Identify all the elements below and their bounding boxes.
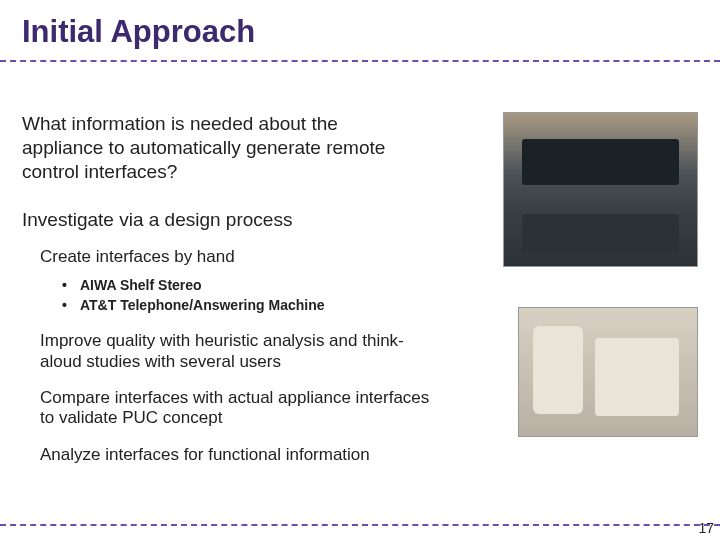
bullet-list: AIWA Shelf Stereo AT&T Telephone/Answeri… <box>62 275 488 316</box>
lead-question: What information is needed about the app… <box>22 112 392 183</box>
content-area: What information is needed about the app… <box>22 112 698 472</box>
phone-photo <box>518 307 698 437</box>
bullet-phone: AT&T Telephone/Answering Machine <box>62 295 488 315</box>
body-improve: Improve quality with heuristic analysis … <box>40 331 440 372</box>
stereo-photo <box>503 112 698 267</box>
divider-bottom <box>0 524 720 526</box>
slide-title: Initial Approach <box>22 14 698 50</box>
divider-top <box>0 60 720 62</box>
body-compare: Compare interfaces with actual appliance… <box>40 388 440 429</box>
slide: Initial Approach What information is nee… <box>0 0 720 540</box>
bullet-stereo: AIWA Shelf Stereo <box>62 275 488 295</box>
subheading: Investigate via a design process <box>22 209 488 231</box>
body-create: Create interfaces by hand <box>40 247 440 267</box>
body-analyze: Analyze interfaces for functional inform… <box>40 445 440 465</box>
page-number: 17 <box>698 520 714 536</box>
image-column <box>498 112 698 472</box>
text-column: What information is needed about the app… <box>22 112 498 472</box>
